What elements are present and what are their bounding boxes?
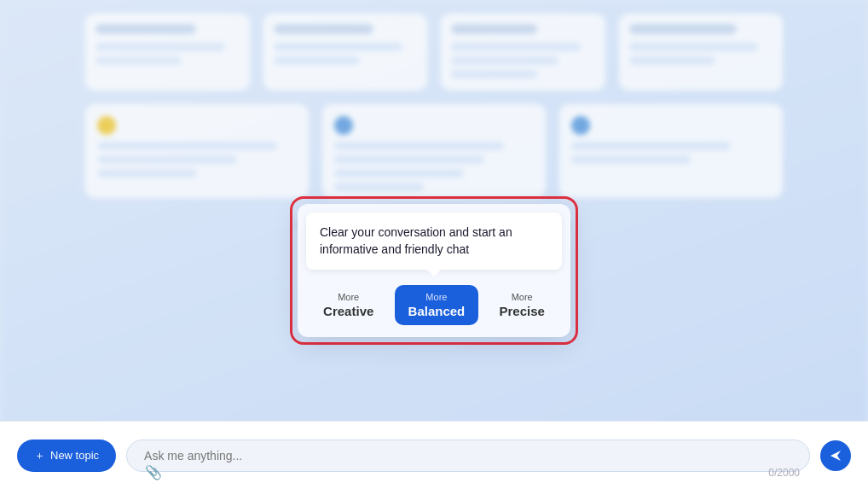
bg-card2-icon [97, 116, 116, 135]
bg-card-line [451, 43, 581, 51]
precise-more-label: More [512, 292, 533, 302]
bg-card2-icon [571, 116, 590, 135]
mode-button-balanced[interactable]: More Balanced [395, 285, 479, 325]
bg-card-line [95, 43, 225, 51]
bg-card-line [451, 56, 558, 65]
bg-card-1 [85, 14, 250, 90]
creative-mode-label: Creative [323, 304, 373, 318]
bg-card-title [629, 24, 737, 34]
bg-card-line [451, 70, 537, 79]
balanced-mode-label: Balanced [408, 304, 466, 318]
bg-card-title [451, 24, 537, 34]
mode-button-precise[interactable]: More Precise [485, 285, 558, 325]
bg-card2-3 [559, 104, 783, 198]
creative-more-label: More [338, 292, 359, 302]
bg-card-4 [619, 14, 784, 90]
modal-inner: Clear your conversation and start an inf… [298, 204, 570, 337]
mode-selector-modal: Clear your conversation and start an inf… [290, 196, 578, 345]
precise-mode-label: Precise [499, 304, 544, 318]
tooltip-text: Clear your conversation and start an inf… [320, 225, 512, 256]
send-button[interactable] [820, 440, 851, 471]
send-icon [829, 449, 842, 463]
bg-card-line [629, 56, 715, 65]
bg-card-line [629, 43, 759, 51]
chat-input[interactable] [126, 440, 810, 472]
bg-card-2 [263, 14, 428, 90]
new-topic-label: New topic [50, 449, 99, 462]
bg-card-line [95, 56, 182, 65]
bg-card-3 [441, 14, 605, 90]
mode-button-creative[interactable]: More Creative [310, 285, 387, 325]
bottom-bar: ＋ New topic [0, 421, 868, 489]
bg-card-title [95, 24, 196, 34]
bg-card2-2 [322, 104, 546, 198]
plus-icon: ＋ [34, 448, 45, 463]
tooltip-box: Clear your conversation and start an inf… [306, 212, 562, 270]
bg-card2-1 [85, 104, 309, 198]
bg-card2-icon [334, 116, 353, 135]
modal-border: Clear your conversation and start an inf… [290, 196, 578, 345]
new-topic-button[interactable]: ＋ New topic [17, 440, 116, 472]
bg-card-title [274, 24, 374, 34]
mode-buttons-container: More Creative More Balanced More Precise [298, 275, 570, 337]
balanced-more-label: More [425, 292, 447, 302]
bg-card-line [274, 56, 360, 65]
bg-card-line [274, 43, 403, 51]
